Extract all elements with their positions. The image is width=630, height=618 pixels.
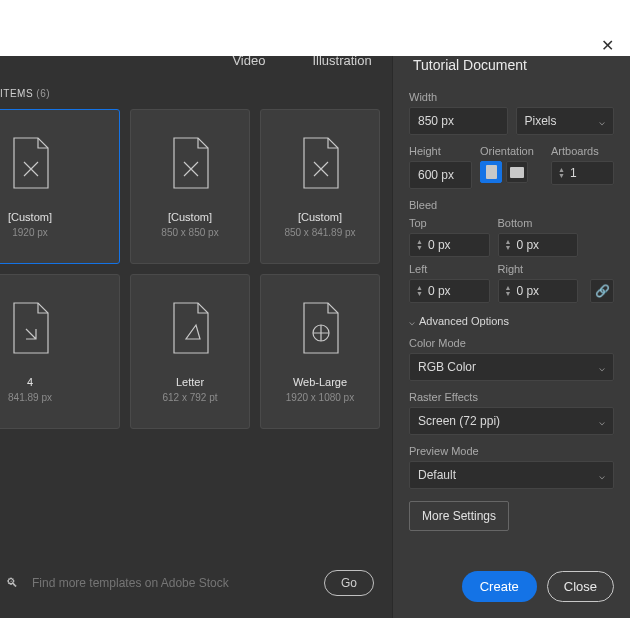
artboards-label: Artboards bbox=[551, 145, 614, 157]
link-bleed-icon[interactable]: 🔗 bbox=[590, 279, 614, 303]
chevron-down-icon: ⌵ bbox=[599, 362, 605, 373]
preset-card[interactable]: Web-Large 1920 x 1080 px bbox=[260, 274, 380, 429]
height-input[interactable]: 600 px bbox=[409, 161, 472, 189]
document-name-input[interactable]: Tutorial Document bbox=[409, 53, 614, 81]
close-button[interactable]: Close bbox=[547, 571, 614, 602]
close-icon[interactable]: ✕ bbox=[597, 36, 618, 55]
letter-icon bbox=[168, 301, 212, 358]
stock-search-bar: 🔍︎ Go bbox=[0, 564, 380, 602]
preset-title: [Custom] bbox=[8, 211, 52, 223]
document-icon bbox=[298, 136, 342, 193]
preset-dims: 612 x 792 pt bbox=[162, 392, 217, 403]
orientation-landscape[interactable] bbox=[506, 161, 528, 183]
presets-panel: Saved Mobile Web Print Film & Video Art … bbox=[0, 28, 392, 618]
width-input[interactable]: 850 px bbox=[409, 107, 508, 135]
raster-effects-label: Raster Effects bbox=[409, 391, 614, 403]
document-icon bbox=[168, 136, 212, 193]
top-label: Top bbox=[409, 217, 490, 229]
preset-card[interactable]: Letter 612 x 792 pt bbox=[130, 274, 250, 429]
bleed-label: Bleed bbox=[409, 199, 614, 211]
raster-effects-select[interactable]: Screen (72 ppi)⌵ bbox=[409, 407, 614, 435]
right-label: Right bbox=[498, 263, 579, 275]
document-icon bbox=[8, 301, 52, 358]
stock-search-input[interactable] bbox=[28, 570, 314, 596]
color-mode-label: Color Mode bbox=[409, 337, 614, 349]
preset-card[interactable]: [Custom] 850 x 850 px bbox=[130, 109, 250, 264]
preset-card[interactable]: 4 841.89 px bbox=[0, 274, 120, 429]
orientation-portrait[interactable] bbox=[480, 161, 502, 183]
preset-card[interactable]: [Custom] 1920 px bbox=[0, 109, 120, 264]
preset-dims: 850 x 850 px bbox=[161, 227, 218, 238]
height-label: Height bbox=[409, 145, 472, 157]
preset-title: Web-Large bbox=[293, 376, 347, 388]
preset-dims: 841.89 px bbox=[8, 392, 52, 403]
bleed-top-stepper[interactable]: ▲▼0 px bbox=[409, 233, 490, 257]
bleed-right-stepper[interactable]: ▲▼0 px bbox=[498, 279, 579, 303]
document-icon bbox=[8, 136, 52, 193]
web-icon bbox=[298, 301, 342, 358]
go-button[interactable]: Go bbox=[324, 570, 374, 596]
orientation-label: Orientation bbox=[480, 145, 543, 157]
artboards-stepper[interactable]: ▲▼1 bbox=[551, 161, 614, 185]
preview-mode-select[interactable]: Default⌵ bbox=[409, 461, 614, 489]
advanced-options-toggle[interactable]: ⌵Advanced Options bbox=[409, 315, 614, 327]
section-header: ITEMS (6) bbox=[0, 88, 380, 99]
units-select[interactable]: Pixels⌵ bbox=[516, 107, 615, 135]
color-mode-select[interactable]: RGB Color⌵ bbox=[409, 353, 614, 381]
preset-grid: [Custom] 1920 px [Custom] 850 x 850 px [… bbox=[0, 109, 380, 429]
bleed-bottom-stepper[interactable]: ▲▼0 px bbox=[498, 233, 579, 257]
dialog-footer: Create Close bbox=[409, 559, 614, 618]
chevron-down-icon: ⌵ bbox=[599, 470, 605, 481]
bleed-left-stepper[interactable]: ▲▼0 px bbox=[409, 279, 490, 303]
orientation-toggle bbox=[480, 161, 543, 183]
search-icon: 🔍︎ bbox=[6, 576, 18, 590]
preset-dims: 1920 x 1080 px bbox=[286, 392, 354, 403]
bottom-label: Bottom bbox=[498, 217, 579, 229]
create-button[interactable]: Create bbox=[462, 571, 537, 602]
preset-title: [Custom] bbox=[298, 211, 342, 223]
preset-details-panel: PRESET DETAILS Tutorial Document Width 8… bbox=[392, 28, 630, 618]
preset-title: 4 bbox=[27, 376, 33, 388]
preset-card[interactable]: [Custom] 850 x 841.89 px bbox=[260, 109, 380, 264]
preset-title: [Custom] bbox=[168, 211, 212, 223]
chevron-down-icon: ⌵ bbox=[599, 416, 605, 427]
left-label: Left bbox=[409, 263, 490, 275]
chevron-down-icon: ⌵ bbox=[409, 316, 415, 327]
more-settings-button[interactable]: More Settings bbox=[409, 501, 509, 531]
width-label: Width bbox=[409, 91, 614, 103]
preset-dims: 1920 px bbox=[12, 227, 48, 238]
preview-mode-label: Preview Mode bbox=[409, 445, 614, 457]
preset-dims: 850 x 841.89 px bbox=[284, 227, 355, 238]
preset-title: Letter bbox=[176, 376, 204, 388]
chevron-down-icon: ⌵ bbox=[599, 116, 605, 127]
